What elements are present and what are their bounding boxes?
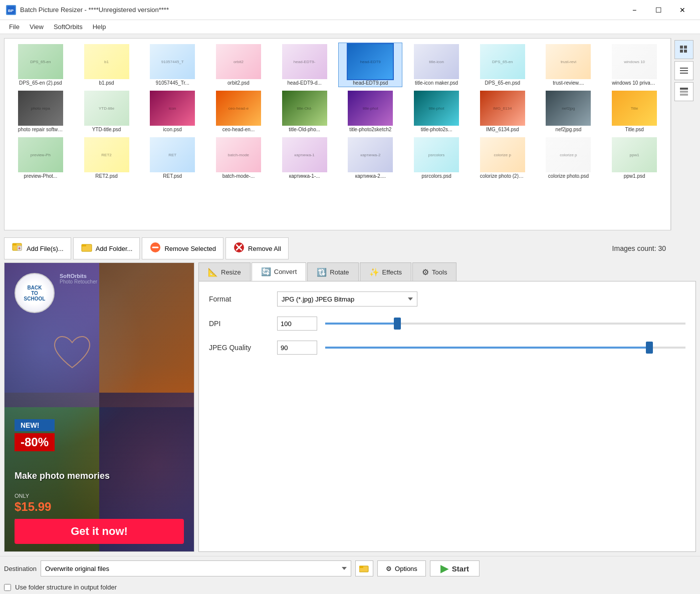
thumbnail-label: batch-mode-... xyxy=(222,173,255,179)
svg-rect-4 xyxy=(680,50,683,53)
thumbnail-item[interactable]: preview-Phpreview-Phot... xyxy=(9,136,73,180)
toolbar-row: + Add File(s)... Add Folder... Remove Se… xyxy=(0,234,700,262)
thumbnail-item[interactable]: картинка-1картинка-1-... xyxy=(273,136,337,180)
thumbnail-item[interactable]: b1b1.psd xyxy=(75,43,139,87)
thumbnail-image: icon xyxy=(150,91,195,126)
thumbnail-item[interactable]: YTD-titleYTD-title.psd xyxy=(75,89,139,134)
tab-resize[interactable]: 📐 Resize xyxy=(198,262,251,281)
menu-file[interactable]: File xyxy=(4,22,25,32)
thumbnail-item[interactable]: title-phottitle-photo2s... xyxy=(404,89,469,134)
thumbnail-image: b1 xyxy=(84,44,129,79)
thumbnail-panel: DPS_65-en DPS_65-en (2).psdb1b1.psd91057… xyxy=(4,38,671,230)
remove-all-icon xyxy=(233,241,245,256)
svg-rect-2 xyxy=(680,46,683,49)
thumbnail-item[interactable]: RET2RET2.psd xyxy=(75,136,139,180)
ad-new-label: NEW! xyxy=(15,419,55,431)
start-button[interactable]: ▶ Start xyxy=(430,560,480,576)
thumbnail-image: photo repa xyxy=(18,91,63,126)
svg-rect-3 xyxy=(684,46,687,49)
thumbnail-item[interactable]: RETRET.psd xyxy=(140,136,204,180)
tab-effects[interactable]: ✨ Effects xyxy=(360,262,412,281)
thumbnail-label: preview-Phot... xyxy=(24,173,57,179)
thumbnail-item[interactable]: photo repaphoto repair software1.psd xyxy=(9,89,73,134)
add-files-button[interactable]: + Add File(s)... xyxy=(4,237,71,259)
thumbnail-item[interactable]: IMG_6134IMG_6134.psd xyxy=(471,89,535,134)
thumbnail-label: photo repair software1.psd xyxy=(18,127,63,132)
thumbnail-item[interactable]: iconicon.psd xyxy=(140,89,204,134)
tab-convert[interactable]: 🔄 Convert xyxy=(252,262,307,281)
thumbnail-label: head-EDT9-d... xyxy=(287,80,321,86)
ad-only: ONLY xyxy=(15,493,29,499)
thumbnail-item[interactable]: trust-revitrust-review.... xyxy=(537,43,601,87)
thumbnail-image: title-icon xyxy=(414,44,459,79)
destination-select[interactable]: Overwrite original files Save to subfold… xyxy=(41,560,351,576)
thumbnail-image: картинка-2 xyxy=(348,137,393,172)
minimize-button[interactable]: − xyxy=(623,3,646,18)
dpi-slider-container xyxy=(325,323,685,325)
convert-tab-icon: 🔄 xyxy=(261,267,271,276)
menu-view[interactable]: View xyxy=(25,22,49,32)
add-folder-button[interactable]: Add Folder... xyxy=(73,237,140,259)
menu-help[interactable]: Help xyxy=(88,22,111,32)
format-select[interactable]: JPG (*.jpg) JPEG Bitmap PNG (*.png) BMP … xyxy=(277,291,417,307)
thumbnail-label: colorize photo.psd xyxy=(548,173,589,179)
svg-rect-17 xyxy=(82,244,86,246)
thumbnail-image: картинка-1 xyxy=(282,137,327,172)
tab-tools[interactable]: ⚙ Tools xyxy=(412,262,456,281)
thumbnail-item[interactable]: head-EDT9head-EDT9.psd xyxy=(338,43,402,87)
folder-structure-checkbox[interactable] xyxy=(4,584,11,591)
jpeg-quality-slider[interactable] xyxy=(325,347,685,349)
maximize-button[interactable]: ☐ xyxy=(647,3,670,18)
tab-rotate[interactable]: 🔃 Rotate xyxy=(307,262,358,281)
destination-folder-button[interactable] xyxy=(355,560,373,576)
settings-panel: 📐 Resize 🔄 Convert 🔃 Rotate ✨ Effects ⚙ xyxy=(198,262,696,552)
remove-selected-button[interactable]: Remove Selected xyxy=(142,237,223,259)
thumbnail-item[interactable]: head-EDT9-head-EDT9-d... xyxy=(273,43,337,87)
thumbnail-image: title-phot xyxy=(414,91,459,126)
ad-cta-button[interactable]: Get it now! xyxy=(15,519,184,544)
thumbnail-item[interactable]: ceo-head-eceo-head-en... xyxy=(206,89,271,134)
dpi-slider-thumb[interactable] xyxy=(394,318,401,330)
thumbnail-label: orbit2.psd xyxy=(227,80,250,86)
jpeg-quality-input[interactable] xyxy=(277,341,317,355)
view-table-button[interactable] xyxy=(674,82,693,101)
remove-all-button[interactable]: Remove All xyxy=(225,237,289,259)
thumbnail-item[interactable]: windows 10windows 10 privacy.psd xyxy=(602,43,666,87)
svg-rect-6 xyxy=(680,68,688,69)
tab-effects-label: Effects xyxy=(382,268,402,276)
ad-panel[interactable]: BACK TO SCHOOL SoftOrbits Photo Retouche… xyxy=(4,262,194,552)
thumbnail-image: colorize p xyxy=(546,137,591,172)
jpeg-quality-row: JPEG Quality xyxy=(209,341,685,355)
view-list-button[interactable] xyxy=(674,61,693,80)
close-button[interactable]: ✕ xyxy=(671,3,694,18)
thumbnail-label: YTD-title.psd xyxy=(92,127,121,132)
jpeg-quality-slider-thumb[interactable] xyxy=(646,342,653,354)
thumbnail-item[interactable]: ppw1ppw1.psd xyxy=(602,136,666,180)
dpi-label: DPI xyxy=(209,320,269,328)
thumbnail-item[interactable]: title-icontitle-icon maker.psd xyxy=(404,43,469,87)
thumbnail-item[interactable]: nef2jpgnef2jpg.psd xyxy=(537,89,601,134)
dpi-slider[interactable] xyxy=(325,323,685,325)
thumbnail-item[interactable]: colorize pcolorize photo.psd xyxy=(537,136,601,180)
thumbnail-item[interactable]: orbit2orbit2.psd xyxy=(206,43,271,87)
svg-rect-11 xyxy=(680,94,688,96)
thumbnail-item[interactable]: title-Old-title-Old-pho... xyxy=(273,89,337,134)
dpi-input[interactable] xyxy=(277,317,317,331)
thumbnail-item[interactable]: batch-modebatch-mode-... xyxy=(206,136,271,180)
app-icon: BP xyxy=(6,5,16,15)
thumbnail-item[interactable]: картинка-2картинка-2.... xyxy=(338,136,402,180)
thumbnail-item[interactable]: DPS_65-en DPS_65-en (2).psd xyxy=(9,43,73,87)
thumbnail-item[interactable]: 91057445_T91057445_Tr... xyxy=(140,43,204,87)
options-button[interactable]: ⚙ Options xyxy=(377,560,426,576)
thumbnail-label: title-icon maker.psd xyxy=(415,80,458,86)
thumbnail-item[interactable]: colorize pcolorize photo (2).psd xyxy=(471,136,535,180)
thumbnail-item[interactable]: title-phottitle-photo2sketch2 xyxy=(338,89,402,134)
jpeg-quality-slider-fill xyxy=(325,347,649,349)
thumbnail-image: RET2 xyxy=(84,137,129,172)
view-icons-button[interactable] xyxy=(674,40,693,59)
thumbnail-item[interactable]: TitleTitle.psd xyxy=(602,89,666,134)
svg-rect-8 xyxy=(680,73,688,74)
thumbnail-item[interactable]: psrcolorspsrcolors.psd xyxy=(404,136,469,180)
thumbnail-item[interactable]: DPS_65-enDPS_65-en.psd xyxy=(471,43,535,87)
menu-softorbits[interactable]: SoftOrbits xyxy=(49,22,88,32)
